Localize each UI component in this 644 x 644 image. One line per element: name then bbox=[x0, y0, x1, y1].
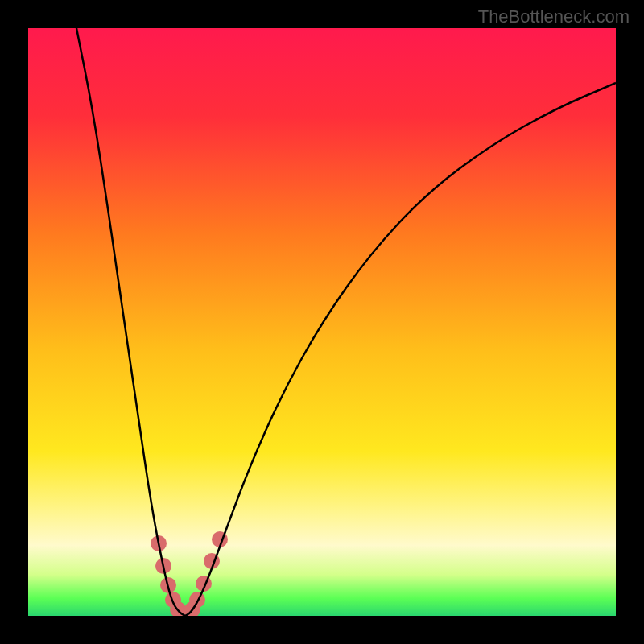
left-curve-line bbox=[76, 28, 185, 616]
watermark-text: TheBottleneck.com bbox=[478, 6, 630, 27]
highlight-marker bbox=[189, 592, 205, 608]
right-curve-line bbox=[185, 83, 616, 616]
chart-container bbox=[28, 28, 616, 616]
highlight-markers-group bbox=[151, 531, 228, 616]
chart-curves bbox=[28, 28, 616, 616]
